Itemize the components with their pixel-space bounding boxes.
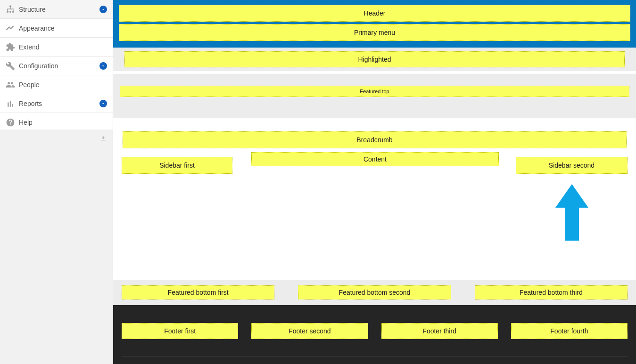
region-featured-top[interactable]: Featured top — [120, 86, 629, 97]
extend-icon — [6, 42, 15, 52]
region-featured-bottom-third[interactable]: Featured bottom third — [475, 285, 628, 299]
region-footer-fourth[interactable]: Footer fourth — [511, 323, 628, 339]
footer-band: Footer first Footer second Footer third … — [113, 305, 636, 364]
col-sidebar-second: Sidebar second — [516, 157, 628, 242]
header-band: Header Primary menu — [113, 0, 636, 48]
region-featured-bottom-second[interactable]: Featured bottom second — [298, 285, 451, 299]
region-footer-second[interactable]: Footer second — [251, 323, 368, 339]
col-sidebar-first: Sidebar first — [122, 157, 232, 174]
arrow-up-icon — [555, 184, 588, 242]
configuration-icon — [6, 61, 15, 71]
col-content: Content — [251, 157, 499, 166]
collapse-sidebar-button[interactable] — [99, 133, 108, 143]
region-footer-first[interactable]: Footer first — [122, 323, 238, 339]
region-sidebar-first[interactable]: Sidebar first — [122, 157, 232, 174]
region-highlighted[interactable]: Highlighted — [124, 51, 625, 67]
svg-point-0 — [9, 5, 11, 7]
footer-columns: Footer first Footer second Footer third … — [122, 323, 628, 339]
people-icon — [6, 80, 15, 89]
sidebar-item-label: People — [19, 81, 40, 89]
content-area: Breadcrumb Sidebar first Content Sidebar… — [113, 118, 636, 280]
chevron-down-icon[interactable] — [99, 100, 107, 107]
region-content[interactable]: Content — [251, 152, 499, 166]
region-header[interactable]: Header — [119, 5, 630, 22]
region-primary-menu[interactable]: Primary menu — [119, 24, 630, 41]
structure-icon — [6, 5, 15, 14]
sidebar-item-label: Appearance — [19, 24, 55, 32]
featured-bottom-band: Featured bottom first Featured bottom se… — [113, 280, 636, 305]
region-sidebar-second[interactable]: Sidebar second — [516, 157, 628, 174]
three-column-layout: Sidebar first Content Sidebar second — [122, 157, 628, 242]
highlighted-band: Highlighted — [113, 48, 636, 71]
svg-point-3 — [12, 10, 14, 12]
sidebar-item-appearance[interactable]: Appearance — [0, 19, 113, 38]
sidebar-item-structure[interactable]: Structure — [0, 0, 113, 19]
block-layout-preview: Header Primary menu Highlighted Featured… — [113, 0, 636, 364]
sidebar-item-label: Structure — [19, 6, 46, 13]
chevron-down-icon[interactable] — [99, 6, 107, 13]
sidebar-item-label: Help — [19, 119, 33, 126]
region-featured-bottom-first[interactable]: Featured bottom first — [122, 285, 274, 299]
region-footer-third[interactable]: Footer third — [381, 323, 498, 339]
svg-point-1 — [7, 10, 8, 12]
featured-top-band: Featured top — [113, 74, 636, 118]
sidebar-item-label: Extend — [19, 43, 40, 51]
sidebar-item-label: Reports — [19, 100, 42, 107]
sidebar-item-reports[interactable]: Reports — [0, 94, 113, 113]
sidebar-empty-area — [0, 129, 113, 364]
region-breadcrumb[interactable]: Breadcrumb — [123, 131, 627, 148]
help-icon — [6, 118, 15, 127]
sidebar-item-extend[interactable]: Extend — [0, 38, 113, 57]
sidebar-item-help[interactable]: Help — [0, 113, 113, 132]
footer-divider — [122, 356, 628, 356]
chevron-down-icon[interactable] — [99, 62, 107, 70]
sidebar-item-configuration[interactable]: Configuration — [0, 57, 113, 75]
sidebar-item-label: Configuration — [19, 62, 58, 70]
svg-point-2 — [9, 10, 11, 12]
reports-icon — [6, 99, 15, 108]
appearance-icon — [6, 24, 15, 33]
admin-sidebar: Structure Appearance Extend Configuratio… — [0, 0, 113, 364]
sidebar-item-people[interactable]: People — [0, 75, 113, 94]
